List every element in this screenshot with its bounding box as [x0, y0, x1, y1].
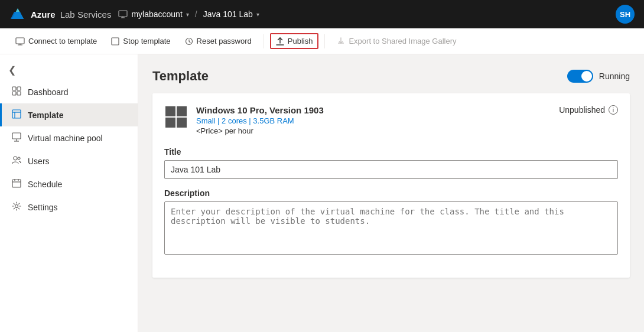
toolbar-divider [264, 34, 264, 48]
sidebar-item-vm-pool[interactable]: Virtual machine pool [0, 126, 138, 149]
lab-chevron: ▾ [256, 11, 259, 18]
vm-spec: Small | 2 cores | 3.5GB RAM [196, 116, 559, 125]
svg-rect-13 [17, 87, 21, 90]
sidebar-collapse-button[interactable]: ❮ [0, 59, 24, 80]
sidebar-item-settings[interactable]: Settings [0, 196, 138, 219]
running-toggle[interactable] [567, 70, 593, 83]
connect-icon [15, 37, 25, 45]
computer-icon [118, 9, 128, 19]
avatar[interactable]: SH [616, 5, 635, 24]
sidebar-item-template[interactable]: Template [0, 103, 138, 126]
title-input[interactable] [164, 160, 618, 179]
toggle-container: Running [567, 70, 630, 83]
svg-rect-0 [119, 11, 127, 17]
breadcrumb: mylabaccount ▾ / Java 101 Lab ▾ [118, 9, 259, 19]
svg-point-28 [15, 205, 18, 208]
svg-rect-3 [16, 38, 24, 44]
vm-details: Windows 10 Pro, Version 1903 Small | 2 c… [196, 105, 559, 135]
publish-button[interactable]: Publish [270, 33, 319, 49]
svg-rect-15 [17, 92, 21, 95]
main-layout: ❮ Dashboard Template [0, 54, 644, 332]
toggle-label: Running [599, 71, 630, 81]
svg-rect-12 [12, 87, 16, 90]
vm-name: Windows 10 Pro, Version 1903 [196, 105, 559, 115]
reset-icon [185, 37, 193, 45]
lab-name[interactable]: Java 101 Lab [203, 9, 253, 19]
topbar-logo: Azure Lab Services [9, 6, 111, 22]
vm-status: Unpublished i [559, 105, 618, 115]
sidebar-item-schedule-label: Schedule [28, 180, 62, 189]
description-field-group: Description [164, 188, 618, 256]
breadcrumb-separator: / [195, 9, 197, 19]
dashboard-icon [11, 86, 22, 97]
publish-icon [276, 37, 284, 45]
status-info-icon[interactable]: i [609, 105, 618, 115]
svg-rect-31 [165, 118, 175, 128]
toolbar-divider-2 [324, 34, 325, 48]
users-icon [11, 155, 22, 167]
sidebar-item-dashboard[interactable]: Dashboard [0, 80, 138, 103]
sidebar: ❮ Dashboard Template [0, 54, 138, 332]
unpublished-status: Unpublished [559, 105, 605, 115]
account-chevron: ▾ [186, 11, 189, 18]
sidebar-item-vm-pool-label: Virtual machine pool [28, 134, 103, 143]
vm-pool-icon [11, 132, 22, 144]
connect-label: Connect to template [28, 37, 97, 45]
topbar: Azure Lab Services mylabaccount ▾ / Java… [0, 0, 644, 28]
toggle-track [567, 70, 593, 83]
reset-password-button[interactable]: Reset password [179, 33, 258, 49]
svg-rect-29 [165, 106, 175, 116]
template-card: Windows 10 Pro, Version 1903 Small | 2 c… [152, 93, 630, 278]
sidebar-item-users[interactable]: Users [0, 149, 138, 172]
azure-logo-icon [9, 6, 26, 22]
main-header: Template Running [152, 69, 630, 84]
svg-rect-6 [112, 38, 119, 45]
main-content: Template Running [138, 54, 644, 332]
svg-rect-32 [177, 118, 187, 128]
svg-rect-19 [12, 133, 21, 139]
collapse-icon: ❮ [8, 64, 16, 76]
sidebar-item-dashboard-label: Dashboard [28, 87, 69, 97]
stop-label: Stop template [123, 37, 170, 45]
svg-point-23 [18, 157, 20, 160]
vm-price: <Price> per hour [196, 126, 559, 135]
export-label: Export to Shared Image Gallery [349, 37, 456, 45]
sidebar-item-users-label: Users [28, 157, 50, 166]
toolbar: Connect to template Stop template Reset … [0, 28, 644, 54]
publish-label: Publish [288, 37, 313, 45]
template-icon [11, 109, 22, 121]
svg-rect-24 [12, 180, 21, 187]
windows-logo-icon [164, 105, 188, 129]
page-title: Template [152, 69, 209, 84]
sidebar-item-settings-label: Settings [28, 203, 58, 212]
vm-info: Windows 10 Pro, Version 1903 Small | 2 c… [164, 105, 618, 135]
reset-label: Reset password [197, 37, 252, 45]
connect-to-template-button[interactable]: Connect to template [9, 33, 103, 49]
title-label: Title [164, 147, 618, 157]
sidebar-item-schedule[interactable]: Schedule [0, 172, 138, 196]
stop-icon [111, 37, 119, 45]
svg-rect-16 [12, 110, 21, 118]
svg-rect-30 [177, 106, 187, 116]
toggle-thumb [581, 71, 592, 82]
settings-icon [11, 201, 22, 213]
brand-azure: Azure [31, 9, 56, 19]
title-field-group: Title [164, 147, 618, 179]
account-name[interactable]: mylabaccount [131, 9, 182, 19]
export-icon [337, 37, 345, 45]
description-textarea[interactable] [164, 201, 618, 255]
description-label: Description [164, 188, 618, 198]
brand-service: Lab Services [60, 9, 112, 19]
schedule-icon [11, 178, 22, 190]
svg-rect-14 [12, 92, 16, 95]
export-button[interactable]: Export to Shared Image Gallery [331, 33, 462, 49]
stop-template-button[interactable]: Stop template [105, 33, 176, 49]
svg-point-22 [14, 157, 17, 160]
sidebar-item-template-label: Template [28, 110, 63, 120]
